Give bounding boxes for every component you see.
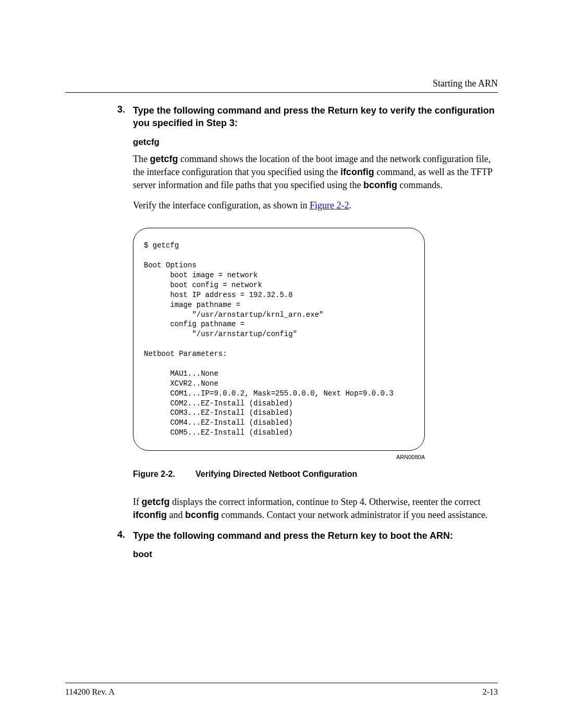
command-boot: boot (133, 549, 498, 560)
step-number: 4. (117, 529, 125, 540)
figure-2-2: $ getcfg Boot Options boot image = netwo… (133, 228, 498, 460)
text: commands. (397, 180, 443, 190)
figure-number: Figure 2-2. (133, 470, 195, 479)
page-footer: 114200 Rev. A 2-13 (65, 683, 498, 697)
bold-bconfig: bconfig (363, 180, 397, 190)
bold-ifconfig: ifconfig (340, 167, 374, 177)
text: . (349, 200, 351, 211)
step3-para2: Verify the interface configuration, as s… (133, 199, 498, 212)
code-output-box: $ getcfg Boot Options boot image = netwo… (133, 228, 425, 451)
header-rule (65, 92, 498, 93)
running-header: Starting the ARN (65, 78, 498, 89)
step-heading: Type the following command and press the… (133, 529, 498, 542)
footer-rule (65, 683, 498, 683)
link-figure-2-2[interactable]: Figure 2-2 (310, 200, 349, 211)
doc-revision: 114200 Rev. A (65, 687, 115, 697)
text: The (133, 154, 150, 164)
footer-row: 114200 Rev. A 2-13 (65, 687, 498, 697)
bold-ifconfig: ifconfig (133, 510, 167, 520)
text: Verify the interface configuration, as s… (133, 200, 310, 211)
after-figure-para: If getcfg displays the correct informati… (133, 496, 498, 522)
text: If (133, 497, 142, 507)
bold-bconfig: bconfig (185, 510, 219, 520)
step-3: 3. Type the following command and press … (133, 104, 498, 130)
step3-para1: The getcfg command shows the location of… (133, 153, 498, 192)
bold-getcfg: getcfg (150, 154, 178, 164)
page: Starting the ARN 3. Type the following c… (0, 0, 563, 596)
step-4: 4. Type the following command and press … (133, 529, 498, 542)
text: commands. Contact your network administr… (219, 510, 487, 520)
command-getcfg: getcfg (133, 137, 498, 147)
bold-getcfg: getcfg (142, 497, 170, 507)
figure-arn-id: ARN0080A (133, 454, 425, 460)
figure-caption: Figure 2-2.Verifying Directed Netboot Co… (133, 470, 498, 479)
content-area: 3. Type the following command and press … (65, 104, 498, 560)
text: and (167, 510, 185, 520)
page-number: 2-13 (483, 687, 498, 697)
text: displays the correct information, contin… (170, 497, 481, 507)
step-number: 3. (117, 104, 125, 115)
figure-title: Verifying Directed Netboot Configuration (195, 470, 357, 478)
step-heading: Type the following command and press the… (133, 104, 498, 130)
